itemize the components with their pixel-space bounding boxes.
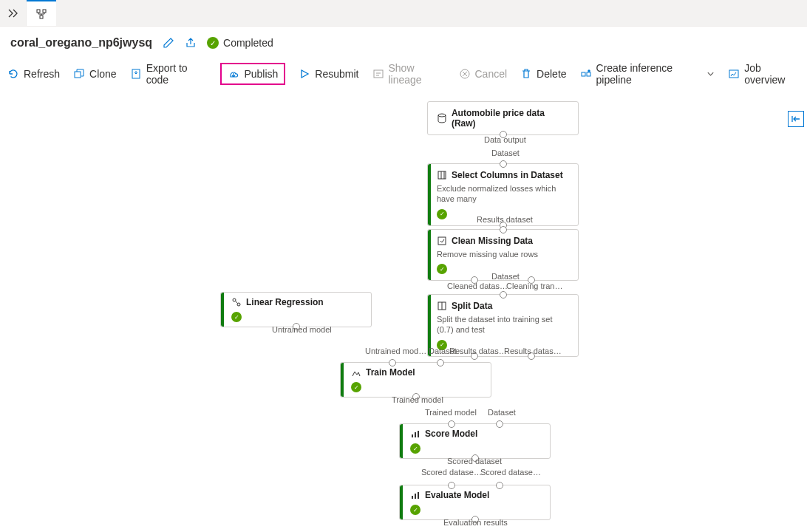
status-label: Completed [223, 37, 273, 49]
svg-rect-5 [374, 70, 383, 78]
svg-rect-1 [43, 10, 46, 13]
input-port[interactable] [500, 160, 507, 168]
status-check-icon: ✓ [410, 443, 420, 454]
pencil-icon [163, 37, 174, 49]
database-icon [437, 113, 447, 123]
port-label: Untrained model [272, 325, 332, 334]
svg-rect-18 [415, 432, 416, 437]
score-icon [410, 429, 420, 439]
port-label: Scored datase… [480, 468, 541, 477]
collapse-panel-button[interactable] [788, 111, 804, 127]
status-check-icon: ✓ [231, 312, 242, 322]
train-icon [351, 367, 361, 378]
node-train-model[interactable]: Train Model ✓ [340, 362, 491, 398]
publish-icon [228, 68, 239, 80]
export-button[interactable]: Export to code [130, 59, 208, 89]
cancel-button: Cancel [459, 65, 508, 83]
svg-rect-2 [40, 16, 43, 18]
port-label: Cleaning tran… [506, 282, 562, 290]
inference-icon [580, 68, 592, 80]
port-label: Results dataset [477, 215, 533, 224]
port-label: Results datas… [449, 347, 507, 355]
svg-point-11 [438, 114, 446, 117]
publish-button[interactable]: Publish [220, 63, 285, 85]
input-port[interactable] [500, 226, 507, 233]
input-port[interactable] [389, 359, 396, 366]
port-label: Dataset [429, 347, 457, 355]
input-port[interactable] [448, 420, 455, 428]
refresh-icon [7, 68, 19, 80]
create-inference-button[interactable]: Create inference pipeline [580, 59, 715, 89]
show-lineage-button: Show lineage [372, 59, 446, 89]
svg-rect-20 [412, 496, 413, 499]
tab-pipeline[interactable] [27, 0, 56, 26]
port-label: Scored datase… [421, 468, 482, 477]
edges-layer [0, 89, 222, 200]
evaluate-icon [410, 490, 420, 500]
share-icon [185, 37, 197, 49]
clone-icon [73, 68, 85, 80]
share-button[interactable] [185, 37, 197, 49]
svg-rect-22 [418, 492, 419, 499]
port-label: Dataset [491, 149, 520, 157]
model-icon [231, 297, 242, 307]
pipeline-title: coral_oregano_np6jwysq [10, 36, 152, 50]
check-icon: ✓ [207, 37, 219, 49]
clean-icon [437, 236, 447, 246]
svg-rect-17 [412, 434, 413, 437]
svg-rect-8 [587, 72, 590, 76]
play-icon [299, 68, 310, 80]
port-label: Evaluation results [443, 518, 508, 527]
svg-rect-10 [729, 70, 738, 78]
svg-rect-7 [582, 72, 585, 76]
port-label: Results datas… [504, 347, 562, 355]
input-port[interactable] [500, 291, 507, 299]
lineage-icon [372, 68, 384, 80]
status-check-icon: ✓ [437, 209, 447, 219]
node-score-model[interactable]: Score Model ✓ [399, 423, 551, 459]
split-icon [437, 301, 447, 311]
svg-rect-3 [75, 72, 81, 78]
node-linear-regression[interactable]: Linear Regression ✓ [220, 292, 372, 327]
port-label: Scored dataset [447, 457, 502, 466]
title-row: coral_oregano_np6jwysq ✓ Completed [0, 27, 807, 59]
node-automobile-data[interactable]: Automobile price data (Raw) [427, 101, 579, 135]
cancel-icon [459, 68, 471, 80]
input-port[interactable] [448, 482, 455, 489]
svg-point-16 [237, 303, 240, 306]
svg-rect-0 [37, 10, 40, 13]
arrow-in-icon [791, 114, 801, 124]
port-label: Data output [484, 135, 526, 144]
port-label: Trained model [392, 395, 443, 404]
status-check-icon: ✓ [437, 264, 447, 274]
edit-button[interactable] [163, 37, 174, 49]
status-badge: ✓ Completed [207, 37, 273, 49]
svg-rect-21 [415, 494, 416, 499]
port-label: Untrained mod… [365, 347, 426, 355]
pipeline-icon [35, 8, 47, 20]
refresh-button[interactable]: Refresh [7, 65, 60, 83]
status-check-icon: ✓ [351, 382, 361, 392]
overview-icon [728, 68, 740, 80]
node-evaluate-model[interactable]: Evaluate Model ✓ [399, 485, 551, 520]
port-label: Dataset [488, 408, 516, 417]
clone-button[interactable]: Clone [73, 65, 117, 83]
toolbar: Refresh Clone Export to code Publish Res… [0, 59, 807, 89]
pipeline-canvas[interactable]: Automobile price data (Raw) Data output … [0, 89, 807, 532]
chevron-double-right-icon [7, 7, 19, 19]
svg-rect-13 [438, 237, 446, 245]
tab-bar [0, 0, 807, 27]
input-port-2[interactable] [496, 420, 503, 428]
resubmit-button[interactable]: Resubmit [299, 65, 358, 83]
columns-icon [437, 170, 447, 180]
input-port-2[interactable] [496, 482, 503, 489]
port-label: Trained model [425, 408, 477, 417]
port-label: Cleaned datas… [447, 282, 508, 290]
input-port-2[interactable] [437, 359, 444, 366]
job-overview-button[interactable]: Job overview [728, 59, 800, 89]
expand-panel-button[interactable] [0, 0, 27, 26]
svg-rect-19 [418, 431, 419, 437]
delete-button[interactable]: Delete [520, 65, 566, 83]
status-check-icon: ✓ [410, 505, 420, 515]
export-icon [130, 68, 142, 80]
